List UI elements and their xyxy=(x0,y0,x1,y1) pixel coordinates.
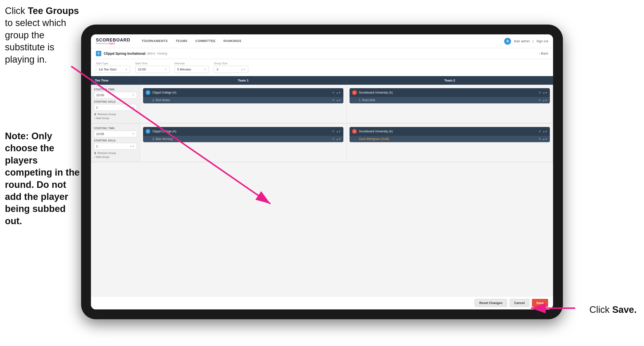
player-row-2-1: 1. Rees Britt ✕ ▲▼ xyxy=(350,97,550,103)
add-group-2[interactable]: + Add Group xyxy=(94,155,137,158)
nav-teams[interactable]: TEAMS xyxy=(172,34,191,48)
player-row-1-2: 2. Blair McHarg ✕ ▲▼ xyxy=(143,136,344,142)
player-expand-2-2: ▲▼ xyxy=(542,138,548,140)
group-team2-cell-2: S Scoreboard University (A) ✕ ▲▼ Dave Bi… xyxy=(346,123,553,162)
intervals-input[interactable]: 5 Minutes ⏱ xyxy=(174,66,209,73)
group-row-2: STARTING TIME: 10:05 ⏱ STARTING HOLE: 1 … xyxy=(91,123,553,162)
group-team1-cell-2: C Clippd College (A) ✕ ▲▼ 2. Blair McHar… xyxy=(140,123,346,162)
team1-name-2: Clippd College (A) xyxy=(152,130,332,133)
team1-remove-1[interactable]: ✕ xyxy=(332,91,334,94)
instruction-bold: Tee Groups xyxy=(28,6,79,16)
player-row-2-2: Dave Billingham (SUB) ✕ ▲▼ xyxy=(350,136,550,142)
click-save-text: Click Save. xyxy=(590,305,637,315)
player-name-2-2: Dave Billingham (SUB) xyxy=(359,137,389,141)
player-remove-2-2[interactable]: ✕ xyxy=(538,137,541,141)
logo-powered: Powered by clippd xyxy=(96,42,130,45)
main-content: STARTING TIME: 10:00 ⏱ STARTING HOLE: 1 … xyxy=(91,85,553,296)
start-time-label: Start Time xyxy=(135,62,170,65)
instruction-text: Click Tee Groups to select which group t… xyxy=(5,5,84,65)
player-remove-1-1[interactable]: ✕ xyxy=(332,98,334,102)
intervals-label: Intervals xyxy=(174,62,209,65)
th-tee-time: Tee Time xyxy=(91,76,140,85)
reset-changes-button[interactable]: Reset Changes xyxy=(475,299,507,307)
team2-card-2: S Scoreboard University (A) ✕ ▲▼ Dave Bi… xyxy=(350,127,550,142)
player-expand-1-1: ▲▼ xyxy=(336,99,341,102)
separator: | xyxy=(533,39,534,43)
team1-expand-1[interactable]: ▲▼ xyxy=(336,91,341,94)
team1-remove-2[interactable]: ✕ xyxy=(332,130,334,133)
logo-scoreboard: SCOREBOARD xyxy=(96,38,130,42)
group-size-label: Group Size xyxy=(214,62,248,65)
team2-name-1: Scoreboard University (A) xyxy=(359,91,538,94)
group-size-input[interactable]: 2 ▲▼ xyxy=(214,66,248,73)
footer-bar: Reset Changes Cancel Save xyxy=(91,296,553,310)
breadcrumb-tournament: Clippd Spring Invitational xyxy=(104,51,146,55)
team2-header-2: S Scoreboard University (A) ✕ ▲▼ xyxy=(350,127,550,136)
breadcrumb-logo: B xyxy=(96,51,101,56)
nav-right: B blair admin | Sign out xyxy=(504,38,548,45)
remove-group-2[interactable]: 🗑 Remove Group xyxy=(94,151,137,154)
player-row-1-1: 1. Rich Butler ✕ ▲▼ xyxy=(143,97,344,103)
nav-links: TOURNAMENTS TEAMS COMMITTEE RANKINGS xyxy=(138,34,504,48)
team2-expand-2[interactable]: ▲▼ xyxy=(542,130,548,133)
player-name-2-1: 1. Rees Britt xyxy=(359,98,375,102)
start-time-input[interactable]: 10:00 ⏱ xyxy=(135,66,170,73)
breadcrumb-hosting: Hosting xyxy=(157,52,168,55)
settings-row: Start Type 1st Tee Start ▼ Start Time 10… xyxy=(91,59,553,76)
starting-time-label-2: STARTING TIME: xyxy=(94,127,137,130)
th-team2: Team 2 xyxy=(346,76,553,85)
note-bold: Only choose the players competing in the… xyxy=(5,131,80,226)
group-row: STARTING TIME: 10:00 ⏱ STARTING HOLE: 1 … xyxy=(91,85,553,123)
add-group-1[interactable]: + Add Group xyxy=(94,117,137,120)
team1-expand-2[interactable]: ▲▼ xyxy=(336,130,341,133)
team2-remove-1[interactable]: ✕ xyxy=(538,91,541,94)
sign-out-link[interactable]: Sign out xyxy=(536,39,548,43)
nav-committee[interactable]: COMMITTEE xyxy=(191,34,220,48)
team2-actions-1: ✕ ▲▼ xyxy=(538,91,548,94)
navbar: SCOREBOARD Powered by clippd TOURNAMENTS… xyxy=(91,34,553,48)
team1-logo-1: C xyxy=(146,90,150,95)
intervals-group: Intervals 5 Minutes ⏱ xyxy=(174,62,209,73)
team1-actions-1: ✕ ▲▼ xyxy=(332,91,341,94)
team1-card-2: C Clippd College (A) ✕ ▲▼ 2. Blair McHar… xyxy=(143,127,344,142)
team2-expand-1[interactable]: ▲▼ xyxy=(542,91,548,94)
nav-tournaments[interactable]: TOURNAMENTS xyxy=(138,34,172,48)
breadcrumb-bar: B Clippd Spring Invitational (Men) Hosti… xyxy=(91,48,553,59)
player-expand-1-2: ▲▼ xyxy=(336,138,341,140)
start-type-input[interactable]: 1st Tee Start ▼ xyxy=(96,66,130,73)
team2-remove-2[interactable]: ✕ xyxy=(538,130,541,133)
team1-header-2: C Clippd College (A) ✕ ▲▼ xyxy=(143,127,344,136)
note-label: Note: xyxy=(5,131,32,141)
team1-actions-2: ✕ ▲▼ xyxy=(332,130,341,133)
table-header: Tee Time Team 1 Team 2 xyxy=(91,76,553,85)
start-time-group: Start Time 10:00 ⏱ xyxy=(135,62,170,73)
tablet-frame: SCOREBOARD Powered by clippd TOURNAMENTS… xyxy=(81,24,563,319)
hole-input-2[interactable]: 1 ▲▼ xyxy=(94,143,137,150)
save-button[interactable]: Save xyxy=(532,299,548,307)
note-text: Note: Only choose the players competing … xyxy=(5,130,84,227)
team2-logo-2: S xyxy=(352,129,357,134)
team1-logo-2: C xyxy=(146,129,150,134)
remove-group-1[interactable]: 🗑 Remove Group xyxy=(94,113,137,116)
starting-hole-label-2: STARTING HOLE: xyxy=(94,139,137,142)
team2-card-1: S Scoreboard University (A) ✕ ▲▼ 1. Rees… xyxy=(350,88,550,103)
breadcrumb-back[interactable]: ‹ Back xyxy=(539,51,548,55)
player-remove-1-2[interactable]: ✕ xyxy=(332,137,334,141)
admin-avatar: B xyxy=(504,38,511,45)
instruction-rest: to select which group the substitute is … xyxy=(5,18,66,64)
time-input-1[interactable]: 10:00 ⏱ xyxy=(94,92,137,98)
team1-name-1: Clippd College (A) xyxy=(152,91,332,94)
player-name-1-2: 2. Blair McHarg xyxy=(152,137,173,141)
player-remove-2-1[interactable]: ✕ xyxy=(538,98,541,102)
group-size-group: Group Size 2 ▲▼ xyxy=(214,62,248,73)
logo-area: SCOREBOARD Powered by clippd xyxy=(96,38,130,45)
th-team1: Team 1 xyxy=(140,76,346,85)
group-left-1: STARTING TIME: 10:00 ⏱ STARTING HOLE: 1 … xyxy=(91,85,140,123)
cancel-button[interactable]: Cancel xyxy=(510,299,530,307)
team1-header-1: C Clippd College (A) ✕ ▲▼ xyxy=(143,88,344,97)
time-input-2[interactable]: 10:05 ⏱ xyxy=(94,131,137,137)
hole-input-1[interactable]: 1 ▲▼ xyxy=(94,104,137,111)
starting-hole-label-1: STARTING HOLE: xyxy=(94,100,137,103)
nav-rankings[interactable]: RANKINGS xyxy=(220,34,245,48)
group-left-2: STARTING TIME: 10:05 ⏱ STARTING HOLE: 1 … xyxy=(91,123,140,162)
